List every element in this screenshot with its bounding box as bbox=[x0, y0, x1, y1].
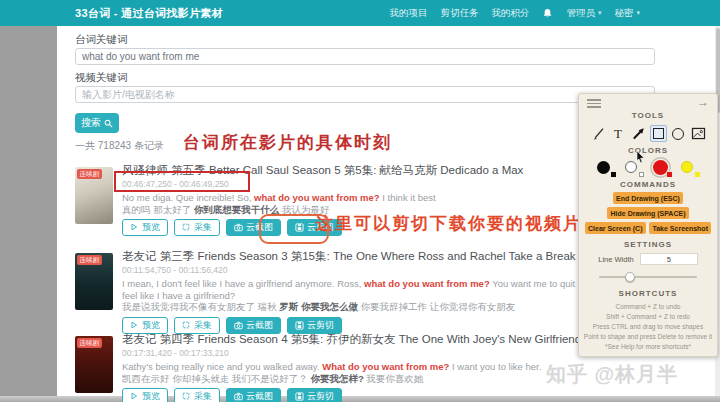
colors-section-title: COLORS bbox=[579, 146, 717, 155]
screenshot-stage: 33台词 - 通过台词找影片素材 我的项目 剪切任务 我的积分 管理员 ▾ 秘密… bbox=[0, 0, 720, 402]
colors-row bbox=[579, 158, 717, 178]
video-keyword-input[interactable] bbox=[75, 86, 655, 103]
tools-section-title: TOOLS bbox=[579, 111, 717, 120]
commands-grid: End Drawing (ESC) Hide Drawing (SPACE) C… bbox=[579, 189, 717, 234]
shortcut-line: Shift + Command + Z to redo bbox=[579, 312, 717, 322]
camera-icon bbox=[234, 321, 243, 330]
matched-phrase: What do you want from me? bbox=[322, 361, 449, 372]
collect-icon bbox=[182, 223, 191, 232]
preview-button[interactable]: 预览 bbox=[122, 388, 168, 402]
zhihu-watermark: 知乎 @林月半 bbox=[546, 361, 678, 388]
line-width-slider[interactable] bbox=[599, 272, 697, 282]
shortcut-line: Press CTRL and drag to move shapes bbox=[579, 322, 717, 332]
play-icon bbox=[130, 223, 139, 232]
drawing-tool-panel: → TOOLS T COLORS COMMANDS End Drawing (E… bbox=[578, 93, 718, 357]
cloud-screenshot-button[interactable]: 云截图 bbox=[226, 317, 281, 334]
color-red-selected[interactable] bbox=[653, 160, 672, 177]
hide-drawing-button[interactable]: Hide Drawing (SPACE) bbox=[607, 207, 689, 219]
collect-icon bbox=[182, 321, 191, 330]
matched-phrase-cn: 你到底想要我干什么 bbox=[194, 204, 280, 215]
slider-track bbox=[599, 276, 697, 278]
app-header: 33台词 - 通过台词找影片素材 我的项目 剪切任务 我的积分 管理员 ▾ 秘密… bbox=[0, 0, 720, 26]
matched-phrase-cn: 罗斯 你要我怎么做 bbox=[279, 301, 358, 312]
camera-icon bbox=[234, 392, 243, 401]
cloud-clip-button[interactable]: 云剪切 bbox=[287, 317, 342, 334]
rectangle-tool[interactable] bbox=[650, 125, 667, 142]
camera-icon bbox=[234, 223, 243, 232]
menu-icon[interactable] bbox=[587, 99, 601, 110]
ellipse-tool[interactable] bbox=[670, 125, 687, 142]
poster-thumbnail[interactable]: 连续剧 bbox=[75, 167, 113, 224]
search-button-label: 搜索 bbox=[81, 116, 101, 130]
clip-icon bbox=[295, 392, 304, 401]
series-badge: 连续剧 bbox=[77, 338, 102, 348]
pen-tool[interactable] bbox=[590, 125, 607, 142]
dialog-keyword-input[interactable] bbox=[75, 48, 655, 65]
play-icon bbox=[130, 392, 139, 401]
search-button[interactable]: 搜索 bbox=[75, 113, 119, 133]
arrow-tool[interactable] bbox=[630, 125, 647, 142]
result-actions: 预览 采集 云截图 云剪切 bbox=[122, 388, 660, 402]
series-badge: 连续剧 bbox=[77, 169, 102, 179]
secret-label: 秘密 bbox=[614, 7, 633, 20]
shortcut-line: Point to shape and press Delete to remov… bbox=[579, 332, 717, 342]
text-tool[interactable]: T bbox=[610, 125, 627, 142]
slider-thumb[interactable] bbox=[625, 272, 635, 282]
annotation-red-rectangle bbox=[114, 171, 250, 192]
color-black[interactable] bbox=[597, 160, 616, 177]
nav-secret-menu[interactable]: 秘密 ▾ bbox=[614, 7, 640, 20]
line-width-value[interactable]: 5 bbox=[640, 253, 698, 265]
clip-icon bbox=[295, 321, 304, 330]
preview-button[interactable]: 预览 bbox=[122, 317, 168, 334]
preview-button[interactable]: 预览 bbox=[122, 219, 168, 236]
notifications-button[interactable] bbox=[542, 8, 553, 19]
collapse-arrow-icon[interactable]: → bbox=[697, 95, 709, 109]
chevron-down-icon: ▾ bbox=[636, 9, 640, 17]
settings-section-title: SETTINGS bbox=[579, 240, 717, 249]
nav-my-projects[interactable]: 我的项目 bbox=[389, 7, 427, 20]
cloud-clip-button[interactable]: 云剪切 bbox=[287, 388, 342, 402]
chevron-down-icon: ▾ bbox=[598, 9, 602, 17]
series-badge: 连续剧 bbox=[77, 255, 102, 265]
collect-icon bbox=[182, 392, 191, 401]
search-icon bbox=[104, 119, 113, 128]
tools-row: T bbox=[579, 123, 717, 144]
shortcuts-list: Command + Z to undo Shift + Command + Z … bbox=[579, 302, 717, 352]
header-nav: 我的项目 剪切任务 我的积分 管理员 ▾ 秘密 ▾ bbox=[389, 7, 640, 20]
clear-screen-button[interactable]: Clear Screen (C) bbox=[585, 222, 646, 234]
matched-phrase-cn: 你要我怎样? bbox=[310, 373, 363, 384]
results-count: 一共 718243 条记录 bbox=[75, 139, 164, 153]
video-keyword-label: 视频关键词 bbox=[75, 71, 128, 85]
take-screenshot-button[interactable]: Take Screenshot bbox=[649, 222, 712, 234]
line-width-row: Line Width 5 bbox=[579, 253, 717, 265]
app-title[interactable]: 33台词 - 通过台词找影片素材 bbox=[75, 6, 223, 21]
play-icon bbox=[130, 321, 139, 330]
end-drawing-button[interactable]: End Drawing (ESC) bbox=[613, 192, 684, 204]
matched-phrase: what do you want from me? bbox=[364, 278, 490, 289]
nav-clip-tasks[interactable]: 剪切任务 bbox=[440, 7, 478, 20]
poster-thumbnail[interactable]: 连续剧 bbox=[75, 336, 113, 393]
collect-button[interactable]: 采集 bbox=[174, 219, 220, 236]
admin-label: 管理员 bbox=[566, 7, 595, 20]
collect-button[interactable]: 采集 bbox=[174, 388, 220, 402]
annotation-timecode-note: 台词所在影片的具体时刻 bbox=[183, 131, 392, 154]
image-tool[interactable] bbox=[690, 125, 707, 142]
nav-my-points[interactable]: 我的积分 bbox=[491, 7, 529, 20]
collect-button[interactable]: 采集 bbox=[174, 317, 220, 334]
shortcut-line: *See Help for more shortcuts* bbox=[579, 342, 717, 352]
mouse-cursor-icon bbox=[636, 149, 645, 161]
commands-section-title: COMMANDS bbox=[579, 180, 717, 189]
annotation-clip-note: 这里可以剪切下载你要的视频片段 bbox=[316, 212, 601, 235]
cloud-screenshot-button[interactable]: 云截图 bbox=[226, 388, 281, 402]
annotation-orange-rectangle bbox=[259, 214, 329, 244]
poster-thumbnail[interactable]: 连续剧 bbox=[75, 253, 113, 310]
line-width-label: Line Width bbox=[598, 255, 633, 264]
matched-phrase: what do you want from me? bbox=[254, 192, 380, 203]
shortcut-line: Command + Z to undo bbox=[579, 302, 717, 312]
result-row: 连续剧 老友记 第三季 Friends Season 3 第15集: The O… bbox=[75, 250, 660, 334]
nav-admin-menu[interactable]: 管理员 ▾ bbox=[566, 7, 601, 20]
color-yellow[interactable] bbox=[681, 160, 700, 177]
dialog-keyword-label: 台词关键词 bbox=[75, 33, 128, 47]
bell-icon bbox=[542, 8, 553, 19]
shortcuts-section-title: SHORTCUTS bbox=[579, 289, 717, 298]
